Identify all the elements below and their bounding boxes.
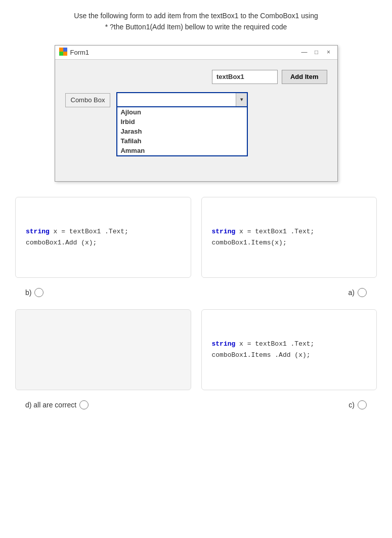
radio-option-a[interactable]: a) [349,288,367,297]
close-button[interactable]: × [324,48,333,57]
answer-card-c: string x = textBox1 .Text; comboBox1.Ite… [201,309,377,390]
radio-c-input[interactable] [358,400,367,409]
radio-d-input[interactable] [79,400,89,409]
combo-item-irbid[interactable]: Irbid [117,117,247,127]
answer-card-d [15,309,191,390]
combo-list: Ajloun Irbid Jarash Tafilah Amman [116,107,248,156]
form-body: Add Item Combo Box ▾ Ajloun Irbid Jarash… [55,60,337,181]
form-controls-row: Add Item [65,70,327,84]
form-icon [59,48,67,57]
radio-b-input[interactable] [34,288,43,297]
form-title-text: Form1 [70,49,90,56]
answer-a-code: string x = textBox1 .Text; comboBox1.Ite… [212,226,367,249]
radio-d-label: d) all are correct [25,401,76,409]
answer-card-a: string x = textBox1 .Text; comboBox1.Ite… [201,197,377,278]
instruction-block: Use the following form to add item from … [15,10,377,33]
combo-item-tafilah[interactable]: Tafilah [117,136,247,146]
answers-grid-bottom: string x = textBox1 .Text; comboBox1.Ite… [15,309,377,390]
instruction-line2: * ?the Button1(Add Item) bellow to write… [15,21,377,32]
maximize-button[interactable]: □ [312,48,321,57]
svg-rect-1 [63,48,67,52]
svg-rect-2 [59,52,63,56]
combo-arrow-icon[interactable]: ▾ [236,93,247,106]
add-item-button[interactable]: Add Item [282,70,327,84]
svg-rect-0 [59,48,63,52]
answers-grid-top: string x = textBox1 .Text; comboBox1.Add… [15,197,377,278]
form-titlebar: Form1 — □ × [55,46,337,60]
combo-input-row: ▾ [116,92,248,107]
radio-option-c[interactable]: c) [349,400,367,409]
textbox1-input[interactable] [212,70,278,84]
minimize-button[interactable]: — [300,48,309,57]
radio-a-label: a) [349,288,355,297]
combo-dropdown-container: ▾ Ajloun Irbid Jarash Tafilah Amman [116,92,248,107]
radio-a-input[interactable] [358,288,367,297]
svg-rect-3 [63,52,67,56]
combo-text-field[interactable] [117,93,236,106]
form-window: Form1 — □ × Add Item Combo Box ▾ Ajloun … [55,45,338,182]
combo-item-amman[interactable]: Amman [117,146,247,155]
combo-item-jarash[interactable]: Jarash [117,127,247,136]
form-title-left: Form1 [59,48,90,57]
combo-box-label: Combo Box [65,93,111,107]
combo-row: Combo Box ▾ Ajloun Irbid Jarash Tafilah … [65,92,327,107]
instruction-line1: Use the following form to add item from … [15,10,377,21]
answer-b-code: string x = textBox1 .Text; comboBox1.Add… [26,226,181,249]
radio-option-b[interactable]: b) [25,288,43,297]
answer-card-b: string x = textBox1 .Text; comboBox1.Add… [15,197,191,278]
radio-b-label: b) [25,288,31,297]
radio-option-d[interactable]: d) all are correct [25,400,89,409]
combo-item-ajloun[interactable]: Ajloun [117,107,247,117]
form-title-buttons: — □ × [300,48,333,57]
radio-c-label: c) [349,401,355,409]
answer-c-code: string x = textBox1 .Text; comboBox1.Ite… [212,339,367,361]
